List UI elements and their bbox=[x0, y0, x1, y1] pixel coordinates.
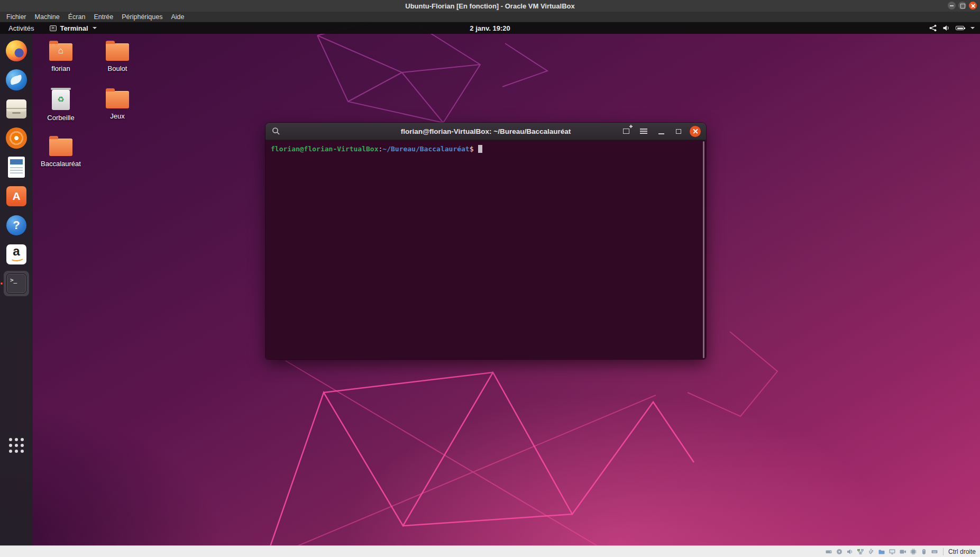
terminal-scrollbar[interactable] bbox=[703, 141, 704, 358]
terminal-header-actions bbox=[620, 125, 701, 138]
chevron-down-icon bbox=[93, 27, 97, 29]
host-key-hint: Ctrl droite bbox=[948, 548, 976, 555]
menu-button[interactable] bbox=[637, 125, 650, 138]
desktop-icon-baccalaureat[interactable]: Baccalauréat bbox=[34, 135, 87, 168]
virtualbox-window-title: Ubuntu-Florian [En fonction] - Oracle VM… bbox=[405, 2, 574, 10]
search-icon[interactable] bbox=[272, 127, 280, 135]
desktop-icon-label: Boulot bbox=[108, 65, 127, 72]
folder-icon bbox=[106, 91, 129, 108]
app-menu-label: Terminal bbox=[60, 24, 88, 32]
terminal-minimize-button[interactable] bbox=[655, 125, 667, 138]
minimize-window-button[interactable] bbox=[948, 2, 956, 10]
dock-item-files[interactable] bbox=[4, 96, 29, 122]
virtualbox-statusbar: Ctrl droite bbox=[0, 545, 980, 557]
optical-disk-icon[interactable] bbox=[836, 548, 843, 555]
dock-item-ubuntu-software[interactable] bbox=[4, 184, 29, 209]
menu-ecran[interactable]: Écran bbox=[64, 13, 90, 21]
prompt-user-host: florian@florian-VirtualBox bbox=[271, 144, 379, 153]
desktop-icon-label: Baccalauréat bbox=[41, 160, 81, 168]
terminal-title: florian@florian-VirtualBox: ~/Bureau/Bac… bbox=[401, 127, 571, 135]
ubuntu-software-icon bbox=[6, 186, 26, 206]
thunderbird-icon bbox=[6, 69, 27, 90]
menu-machine[interactable]: Machine bbox=[31, 13, 64, 21]
terminal-screen[interactable]: florian@florian-VirtualBox : ~/Bureau/Ba… bbox=[265, 140, 706, 359]
display-icon[interactable] bbox=[889, 548, 896, 555]
folder-icon bbox=[106, 43, 129, 61]
maximize-window-button[interactable] bbox=[958, 2, 966, 10]
prompt-symbol: $ bbox=[470, 144, 474, 153]
clock[interactable]: 2 janv. 19:20 bbox=[470, 24, 510, 32]
activities-button[interactable]: Activités bbox=[5, 24, 37, 32]
terminal-close-button[interactable] bbox=[690, 126, 701, 137]
libreoffice-writer-icon bbox=[8, 157, 25, 178]
mouse-icon[interactable] bbox=[920, 548, 928, 555]
desktop-icon-boulot[interactable]: Boulot bbox=[91, 40, 144, 72]
desktop-icon-label: florian bbox=[51, 65, 70, 72]
usb-icon[interactable] bbox=[867, 548, 875, 555]
dock-item-amazon[interactable] bbox=[4, 242, 29, 267]
network-icon bbox=[929, 24, 937, 32]
home-folder-icon bbox=[49, 43, 72, 61]
firefox-icon bbox=[6, 40, 27, 61]
statusbar-separator bbox=[943, 548, 944, 555]
close-window-button[interactable] bbox=[969, 2, 977, 10]
folder-icon bbox=[49, 139, 72, 156]
new-tab-icon bbox=[623, 129, 629, 134]
menu-fichier[interactable]: Fichier bbox=[2, 13, 31, 21]
hamburger-menu-icon bbox=[640, 131, 647, 132]
terminal-headerbar[interactable]: florian@florian-VirtualBox: ~/Bureau/Bac… bbox=[265, 123, 706, 140]
maximize-icon bbox=[676, 129, 681, 134]
amazon-icon bbox=[6, 244, 26, 264]
system-tray[interactable] bbox=[929, 24, 975, 32]
help-icon bbox=[6, 215, 26, 235]
keyboard-icon[interactable] bbox=[931, 548, 938, 555]
menu-aide[interactable]: Aide bbox=[167, 13, 188, 21]
features-icon[interactable] bbox=[910, 548, 917, 555]
terminal-app-icon bbox=[50, 25, 57, 31]
rhythmbox-icon bbox=[6, 127, 27, 149]
desktop-icon-jeux[interactable]: Jeux bbox=[91, 88, 144, 120]
minimize-icon bbox=[658, 133, 664, 134]
dock-item-terminal[interactable] bbox=[4, 271, 29, 296]
app-menu-button[interactable]: Terminal bbox=[50, 24, 96, 32]
virtualbox-menubar: Fichier Machine Écran Entrée Périphériqu… bbox=[0, 12, 980, 22]
show-applications-button[interactable] bbox=[9, 438, 24, 453]
terminal-prompt: florian@florian-VirtualBox : ~/Bureau/Ba… bbox=[271, 144, 701, 153]
system-menu-chevron-icon bbox=[970, 27, 975, 29]
terminal-window: florian@florian-VirtualBox: ~/Bureau/Bac… bbox=[265, 123, 706, 359]
prompt-separator: : bbox=[379, 144, 383, 153]
new-tab-button[interactable] bbox=[620, 125, 633, 138]
trash-icon bbox=[52, 90, 70, 110]
dock-item-help[interactable] bbox=[4, 213, 29, 238]
terminal-icon bbox=[6, 273, 26, 294]
virtualbox-titlebar: Ubuntu-Florian [En fonction] - Oracle VM… bbox=[0, 0, 980, 12]
volume-icon bbox=[942, 24, 950, 32]
desktop-icon-label: Jeux bbox=[110, 112, 124, 120]
network-icon[interactable] bbox=[857, 548, 864, 555]
gnome-top-bar: Activités Terminal 2 janv. 19:20 bbox=[0, 22, 980, 34]
files-icon bbox=[6, 99, 26, 118]
shared-folders-icon[interactable] bbox=[878, 548, 885, 555]
battery-icon bbox=[956, 26, 964, 30]
menu-entree[interactable]: Entrée bbox=[89, 13, 117, 21]
hard-disk-icon[interactable] bbox=[825, 548, 832, 555]
dock-item-libreoffice-writer[interactable] bbox=[4, 154, 29, 180]
dock-item-thunderbird[interactable] bbox=[4, 67, 29, 93]
menu-peripheriques[interactable]: Périphériques bbox=[117, 13, 167, 21]
window-controls bbox=[948, 2, 977, 10]
terminal-cursor bbox=[478, 145, 482, 153]
virtualbox-window: Ubuntu-Florian [En fonction] - Oracle VM… bbox=[0, 0, 980, 557]
terminal-maximize-button[interactable] bbox=[672, 125, 685, 138]
desktop-icon-label: Corbeille bbox=[47, 114, 74, 122]
dock-item-firefox[interactable] bbox=[4, 38, 29, 63]
recording-icon[interactable] bbox=[899, 548, 906, 555]
desktop-icon-florian[interactable]: florian bbox=[34, 40, 87, 72]
ubuntu-desktop[interactable]: Activités Terminal 2 janv. 19:20 bbox=[0, 22, 980, 545]
audio-icon[interactable] bbox=[846, 548, 854, 555]
desktop-icon-corbeille[interactable]: Corbeille bbox=[34, 88, 87, 122]
dock-item-rhythmbox[interactable] bbox=[4, 125, 29, 151]
prompt-path: ~/Bureau/Baccalauréat bbox=[382, 144, 469, 153]
dock bbox=[0, 34, 33, 545]
